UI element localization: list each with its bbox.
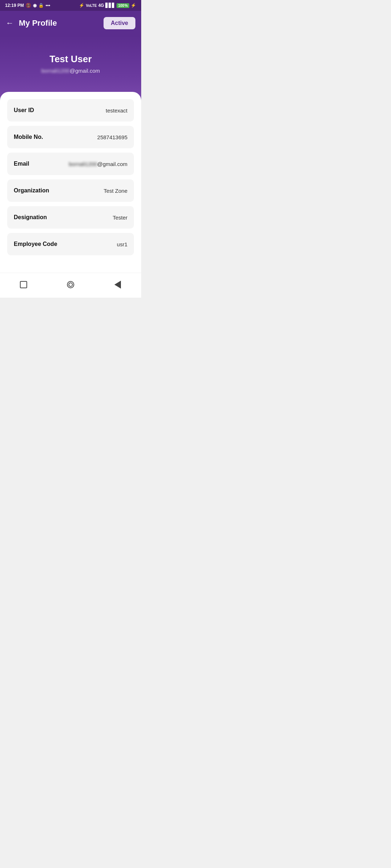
email-value-domain: @gmail.com [97,161,127,167]
status-left: 12:19 PM 📵 ◉ 🔒 ••• [5,3,50,8]
mobile-value: 2587413695 [97,134,127,140]
charging-icon: ⚡ [131,3,136,8]
email-row: Email bornali1200@gmail.com [7,153,134,175]
network-icon: 4G [98,3,104,8]
organization-row: Organization Test Zone [7,179,134,202]
back-button[interactable]: ← [6,19,14,27]
header-left: ← My Profile [6,18,57,28]
signal-icon: ▋▋▋ [105,3,115,8]
volte-icon: VoLTE [86,4,97,8]
triangle-icon [114,281,121,289]
profile-email: bornali1200@gmail.com [7,68,134,74]
circle-icon [67,281,74,288]
designation-row: Designation Tester [7,206,134,229]
email-label: Email [14,161,29,167]
profile-name: Test User [7,54,134,65]
user-id-row: User ID testexact [7,99,134,122]
user-id-label: User ID [14,107,34,114]
email-value-blurred: bornali1200 [69,161,97,167]
call-icon: 📵 [26,3,31,8]
status-bar: 12:19 PM 📵 ◉ 🔒 ••• ⚡ VoLTE 4G ▋▋▋ 100% ⚡ [0,0,141,11]
nav-square-button[interactable] [14,277,33,292]
nav-bar [0,273,141,298]
battery-icon: 100% [117,3,129,8]
user-id-value: testexact [106,107,127,114]
email-value: bornali1200@gmail.com [69,161,127,167]
profile-card: User ID testexact Mobile No. 2587413695 … [0,92,141,273]
mobile-label: Mobile No. [14,134,43,140]
lock-icon: 🔒 [38,3,44,8]
dots-icon: ••• [46,3,50,8]
designation-label: Designation [14,214,47,221]
nav-back-button[interactable] [109,277,127,292]
status-time: 12:19 PM [5,3,24,8]
square-icon [20,281,27,288]
employee-code-row: Employee Code usr1 [7,233,134,255]
designation-value: Tester [113,214,127,221]
organization-label: Organization [14,187,49,194]
organization-value: Test Zone [104,188,127,194]
email-domain: @gmail.com [70,68,100,74]
nav-home-button[interactable] [62,277,80,292]
employee-code-value: usr1 [117,241,127,247]
active-status-button[interactable]: Active [104,17,135,29]
email-blurred-part: bornali1200 [41,68,70,74]
employee-code-label: Employee Code [14,241,57,247]
bluetooth-icon: ⚡ [79,3,84,8]
mobile-row: Mobile No. 2587413695 [7,126,134,148]
status-right: ⚡ VoLTE 4G ▋▋▋ 100% ⚡ [79,3,136,8]
app-header: ← My Profile Active [0,11,141,35]
wifi-icon: ◉ [33,3,37,8]
page-title: My Profile [19,18,57,28]
